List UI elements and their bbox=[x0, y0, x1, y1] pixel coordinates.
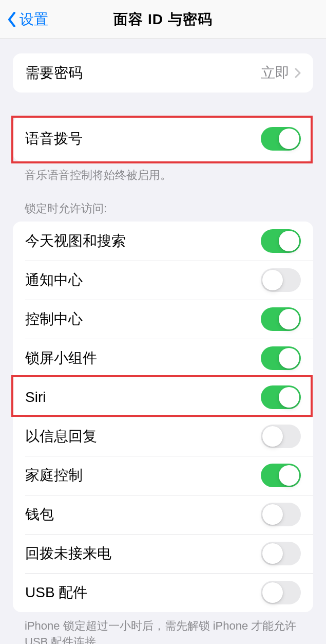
row-label: 回拨未接来电 bbox=[25, 544, 111, 563]
toggle-knob bbox=[262, 543, 283, 564]
navigation-bar: 设置 面容 ID 与密码 bbox=[0, 0, 326, 39]
page-title: 面容 ID 与密码 bbox=[113, 10, 213, 29]
group-require-passcode: 需要密码 立即 bbox=[13, 53, 313, 93]
toggle-knob bbox=[279, 231, 299, 251]
group-lock-access: 今天视图和搜索通知中心控制中心锁屏小组件Siri以信息回复家庭控制钱包回拨未接来… bbox=[13, 222, 313, 612]
toggle-knob bbox=[262, 426, 283, 447]
group-voice-dial: 语音拨号 bbox=[13, 116, 313, 161]
chevron-left-icon bbox=[7, 12, 16, 27]
row-label: 通知中心 bbox=[25, 270, 83, 290]
toggle-switch[interactable] bbox=[261, 385, 301, 409]
row-lock-access: Siri bbox=[13, 378, 313, 417]
row-lock-access: USB 配件 bbox=[13, 573, 313, 612]
toggle-knob bbox=[279, 309, 299, 329]
toggle-switch[interactable] bbox=[261, 268, 301, 292]
toggle-switch[interactable] bbox=[261, 581, 301, 604]
toggle-knob bbox=[279, 465, 299, 486]
row-lock-access: 家庭控制 bbox=[13, 456, 313, 495]
row-label: Siri bbox=[25, 389, 46, 406]
row-label: 语音拨号 bbox=[25, 129, 83, 149]
row-lock-access: 通知中心 bbox=[13, 261, 313, 300]
chevron-right-icon bbox=[295, 68, 301, 78]
toggle-switch[interactable] bbox=[261, 229, 301, 253]
toggle-switch[interactable] bbox=[261, 542, 301, 565]
voice-dial-footer: 音乐语音控制将始终被启用。 bbox=[25, 168, 312, 183]
row-lock-access: 以信息回复 bbox=[13, 417, 313, 456]
row-label: 需要密码 bbox=[25, 63, 83, 83]
usb-footer: iPhone 锁定超过一小时后，需先解锁 iPhone 才能允许 USB 配件连… bbox=[25, 618, 312, 644]
toggle-switch[interactable] bbox=[261, 503, 301, 526]
toggle-knob bbox=[279, 387, 299, 408]
back-button[interactable]: 设置 bbox=[0, 10, 48, 29]
toggle-knob bbox=[262, 504, 283, 525]
toggle-knob bbox=[262, 582, 283, 603]
toggle-knob bbox=[279, 128, 299, 149]
row-value-container: 立即 bbox=[261, 63, 301, 83]
row-label: 钱包 bbox=[25, 505, 54, 524]
row-label: 锁屏小组件 bbox=[25, 348, 97, 368]
toggle-switch[interactable] bbox=[261, 425, 301, 448]
toggle-switch[interactable] bbox=[261, 346, 301, 370]
toggle-knob bbox=[279, 348, 299, 369]
back-label: 设置 bbox=[20, 10, 48, 29]
row-label: 家庭控制 bbox=[25, 466, 83, 485]
row-lock-access: 控制中心 bbox=[13, 300, 313, 339]
toggle-switch[interactable] bbox=[261, 307, 301, 331]
lock-access-header: 锁定时允许访问: bbox=[25, 201, 312, 216]
row-label: 控制中心 bbox=[25, 309, 83, 329]
toggle-knob bbox=[262, 270, 283, 290]
row-value: 立即 bbox=[261, 63, 290, 83]
row-lock-access: 锁屏小组件 bbox=[13, 339, 313, 378]
row-lock-access: 回拨未接来电 bbox=[13, 534, 313, 573]
row-lock-access: 今天视图和搜索 bbox=[13, 222, 313, 261]
row-require-passcode[interactable]: 需要密码 立即 bbox=[13, 53, 313, 93]
row-lock-access: 钱包 bbox=[13, 495, 313, 534]
row-label: 今天视图和搜索 bbox=[25, 231, 126, 251]
row-label: 以信息回复 bbox=[25, 427, 97, 446]
row-label: USB 配件 bbox=[25, 583, 87, 602]
toggle-switch[interactable] bbox=[261, 464, 301, 487]
row-voice-dial: 语音拨号 bbox=[13, 116, 313, 161]
toggle-voice-dial[interactable] bbox=[261, 127, 301, 151]
